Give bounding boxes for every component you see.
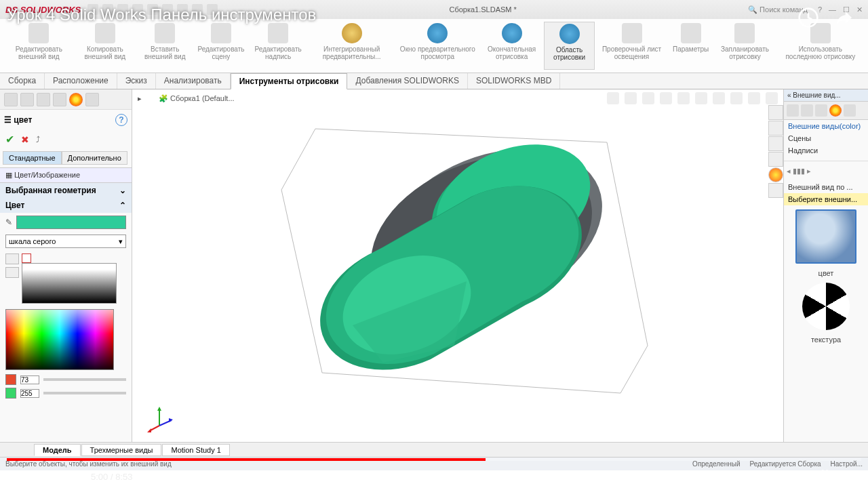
taskpane-appearance-icon[interactable] xyxy=(768,167,783,182)
add-swatch-icon[interactable] xyxy=(5,253,19,264)
display-style-icon[interactable] xyxy=(695,92,707,104)
feature-manager-tabs[interactable] xyxy=(0,89,132,110)
fm-tab-icon[interactable] xyxy=(85,93,99,106)
ribbon-recall-render[interactable]: Использовать последнюю отрисовку xyxy=(777,22,864,70)
swatch-outline[interactable] xyxy=(22,253,31,263)
slider-track-2[interactable] xyxy=(43,392,126,394)
pm-selected-geometry-header[interactable]: Выбранная геометрия⌄ xyxy=(0,183,132,198)
ribbon-edit-appearance[interactable]: Редактировать внешний вид xyxy=(4,22,74,70)
tab-sketch[interactable]: Эскиз xyxy=(117,73,156,89)
tab-addins[interactable]: Добавления SOLIDWORKS xyxy=(347,73,468,89)
watch-later-icon[interactable] xyxy=(797,7,819,28)
tab-assembly[interactable]: Сборка xyxy=(0,73,45,89)
taskpane-resources-icon[interactable] xyxy=(768,121,783,136)
pm-mode-tabs: Стандартные Дополнительно xyxy=(3,151,129,165)
pm-gray-picker xyxy=(5,253,126,304)
task-pane: « Внешние вид... Внешние виды(color) Сце… xyxy=(783,89,868,442)
close-icon[interactable]: ✕ xyxy=(856,5,863,14)
share-icon[interactable] xyxy=(833,7,854,28)
taskpane-design-icon[interactable] xyxy=(768,136,783,151)
select-appearance-hint: Выберите внешни... xyxy=(784,193,868,205)
ribbon-lighting-proof[interactable]: Проверочный лист освещения xyxy=(595,22,669,70)
task-pane-tabs[interactable] xyxy=(768,105,783,199)
tab-layout[interactable]: Расположение xyxy=(45,73,117,89)
ribbon-integrated-preview[interactable]: Интегрированный предварительны... xyxy=(308,22,396,70)
next-icon[interactable] xyxy=(37,469,52,484)
video-controls: 5:00 / 8:53 xyxy=(9,469,859,484)
help-icon[interactable]: ? xyxy=(115,114,127,126)
appearance-thumb-texture[interactable] xyxy=(802,283,850,330)
pushpin-icon[interactable]: ⤴ xyxy=(36,135,40,144)
ribbon-final-render[interactable]: Окончательная отрисовка xyxy=(479,22,544,70)
video-player-bar: 5:00 / 8:53 xyxy=(0,457,868,488)
view-triad[interactable] xyxy=(146,405,173,432)
ribbon-schedule-render[interactable]: Запланировать отрисовку xyxy=(713,22,776,70)
pm-tab-standard[interactable]: Стандартные xyxy=(3,151,62,165)
grayscale-ramp[interactable] xyxy=(22,263,117,304)
ribbon-paste-appearance[interactable]: Вставить внешний вид xyxy=(136,22,193,70)
slider-input-2[interactable] xyxy=(20,389,39,398)
ribbon-copy-appearance[interactable]: Копировать внешний вид xyxy=(74,22,136,70)
video-title-overlay: Урок 4 Solid Works Панель инструментов xyxy=(7,5,316,24)
tab-render-tools[interactable]: Инструменты отрисовки xyxy=(231,73,348,89)
video-time: 5:00 / 8:53 xyxy=(91,472,132,482)
tab-evaluate[interactable]: Анализировать xyxy=(156,73,231,89)
fm-tab-icon[interactable] xyxy=(53,93,66,106)
fm-tab-icon[interactable] xyxy=(20,93,34,106)
graphics-viewport[interactable]: ▸ 🧩 Сборка1 (Default... xyxy=(132,89,783,442)
model-render xyxy=(241,102,675,400)
tab-model[interactable]: Модель xyxy=(34,444,81,456)
video-top-right xyxy=(797,7,854,28)
pm-current-color: ✎ xyxy=(0,213,132,232)
pm-section-color-image[interactable]: ▦ Цвет/Изображение xyxy=(0,167,132,183)
play-icon[interactable] xyxy=(9,469,24,484)
apply-scene-icon[interactable] xyxy=(748,92,760,104)
tree-appearances[interactable]: Внешние виды(color) xyxy=(784,120,868,132)
taskpane-toolbar[interactable] xyxy=(784,102,868,120)
eyedropper-icon[interactable]: ✎ xyxy=(5,218,12,227)
document-title: Сборка1.SLDASM * xyxy=(449,5,516,14)
cancel-icon[interactable]: ✖ xyxy=(21,134,29,145)
tab-3d-views[interactable]: Трехмерные виды xyxy=(81,444,162,456)
view-orient-icon[interactable] xyxy=(677,92,690,104)
tree-decals[interactable]: Надписи xyxy=(784,144,868,157)
tree-scenes[interactable]: Сцены xyxy=(784,132,868,144)
fm-appearance-icon[interactable] xyxy=(69,93,83,106)
hue-saturation-picker[interactable] xyxy=(5,309,114,370)
fm-tab-icon[interactable] xyxy=(37,93,50,106)
ribbon-render-region[interactable]: Область отрисовки xyxy=(544,22,595,70)
flyout-arrow-icon[interactable]: ▸ xyxy=(138,94,142,103)
ribbon-edit-scene[interactable]: Редактировать сцену xyxy=(193,22,248,70)
color-swatch[interactable] xyxy=(16,216,126,229)
fm-tab-icon[interactable] xyxy=(4,93,18,106)
ok-icon[interactable]: ✔ xyxy=(5,133,14,146)
view-settings-icon[interactable] xyxy=(766,92,778,104)
settings-icon[interactable] xyxy=(816,469,831,484)
fullscreen-icon[interactable] xyxy=(844,469,859,484)
taskpane-custom-icon[interactable] xyxy=(768,183,783,198)
pm-colorscale-dropdown[interactable]: шкала серого▾ xyxy=(5,235,126,248)
pm-tab-advanced[interactable]: Дополнительно xyxy=(62,151,127,165)
video-progress[interactable] xyxy=(7,458,861,461)
assembly-name[interactable]: 🧩 Сборка1 (Default... xyxy=(159,94,235,103)
ribbon-options[interactable]: Параметры xyxy=(669,22,713,70)
taskpane-home-icon[interactable] xyxy=(768,105,783,120)
pm-color-header[interactable]: Цвет⌃ xyxy=(0,198,132,213)
tab-mbd[interactable]: SOLIDWORKS MBD xyxy=(468,73,560,89)
motion-tabs: Модель Трехмерные виды Motion Study 1 xyxy=(0,442,868,457)
appearance-thumb-color[interactable] xyxy=(795,209,856,264)
ribbon-preview-window[interactable]: Окно предварительного просмотра xyxy=(395,22,479,70)
default-appearance-label: Внешний вид по ... xyxy=(784,181,868,193)
remove-swatch-icon[interactable] xyxy=(5,267,19,278)
tab-motion-study[interactable]: Motion Study 1 xyxy=(162,444,229,456)
slider-row-1 xyxy=(0,373,132,386)
command-tabs: Сборка Расположение Эскиз Анализировать … xyxy=(0,73,868,89)
scene-icon[interactable] xyxy=(730,92,743,104)
slider-input-1[interactable] xyxy=(20,375,39,384)
volume-icon[interactable] xyxy=(64,469,79,484)
ribbon-edit-decal[interactable]: Редактировать надпись xyxy=(248,22,307,70)
hide-show-icon[interactable] xyxy=(713,92,725,104)
slider-track-1[interactable] xyxy=(43,378,126,381)
svg-marker-12 xyxy=(147,428,151,432)
taskpane-view-icon[interactable] xyxy=(768,152,783,167)
